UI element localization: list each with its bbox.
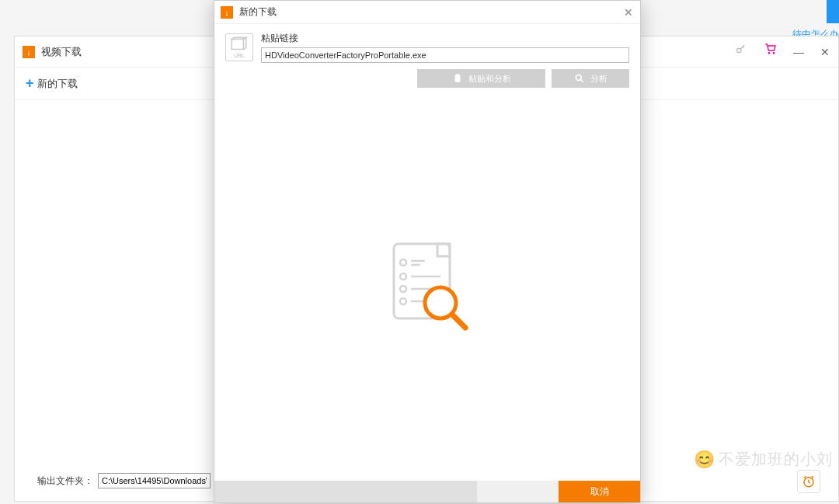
svg-rect-5	[456, 74, 459, 75]
watermark-text: 不爱加班的小刘	[719, 449, 833, 470]
watermark: 😊 不爱加班的小刘	[694, 449, 833, 470]
new-download-label: 新的下载	[37, 77, 78, 91]
dialog-close-button[interactable]: ✕	[617, 1, 640, 24]
key-icon[interactable]	[726, 37, 756, 61]
search-icon	[573, 73, 586, 84]
svg-point-2	[773, 52, 774, 53]
main-window-title: 视频下载	[41, 45, 82, 59]
dialog-footer: 取消	[214, 481, 640, 502]
dialog-titlebar: ↓ 新的下载 ✕	[214, 1, 640, 24]
new-download-dialog: ↓ 新的下载 ✕ URL 粘贴链接 粘贴和分析 分析	[214, 0, 641, 503]
svg-point-13	[400, 286, 406, 292]
dialog-app-icon: ↓	[221, 6, 233, 19]
dialog-action-buttons: 粘贴和分析 分析	[214, 69, 640, 94]
analyze-placeholder-icon	[377, 236, 478, 339]
app-icon: ↓	[23, 46, 35, 58]
dialog-body	[214, 94, 640, 481]
cancel-button[interactable]: 取消	[559, 481, 640, 502]
close-button[interactable]: ✕	[812, 37, 838, 67]
dialog-title: 新的下载	[239, 5, 277, 19]
svg-point-1	[768, 52, 769, 53]
analyze-button[interactable]: 分析	[552, 69, 629, 88]
paste-analyze-label: 粘贴和分析	[468, 73, 511, 85]
output-folder-row: 输出文件夹：	[37, 473, 211, 488]
svg-point-6	[576, 75, 581, 80]
svg-rect-4	[455, 75, 461, 82]
url-input[interactable]	[261, 47, 629, 63]
top-corner-accent	[827, 0, 839, 23]
svg-point-15	[400, 298, 406, 304]
output-folder-label: 输出文件夹：	[37, 474, 93, 488]
dialog-footer-ok-disabled	[477, 481, 559, 502]
svg-point-8	[400, 259, 406, 266]
minimize-button[interactable]: —	[785, 37, 812, 67]
new-download-button[interactable]: + 新的下载	[26, 75, 78, 92]
emoji-icon: 😊	[694, 450, 715, 470]
url-icon: URL	[225, 33, 253, 61]
paste-analyze-button[interactable]: 粘贴和分析	[417, 69, 545, 88]
plus-icon: +	[26, 75, 34, 92]
schedule-button[interactable]	[797, 470, 820, 493]
output-folder-input[interactable]	[98, 473, 211, 488]
cancel-label: 取消	[590, 485, 609, 499]
svg-line-18	[452, 315, 465, 328]
clipboard-icon	[451, 73, 464, 84]
url-icon-label: URL	[234, 53, 245, 58]
cart-icon[interactable]	[756, 37, 785, 61]
dialog-footer-spacer	[214, 481, 477, 502]
dialog-url-section: URL 粘贴链接	[214, 24, 640, 69]
paste-link-label: 粘贴链接	[261, 32, 629, 45]
svg-point-0	[737, 48, 741, 52]
svg-point-11	[400, 273, 406, 280]
analyze-label: 分析	[590, 73, 607, 85]
